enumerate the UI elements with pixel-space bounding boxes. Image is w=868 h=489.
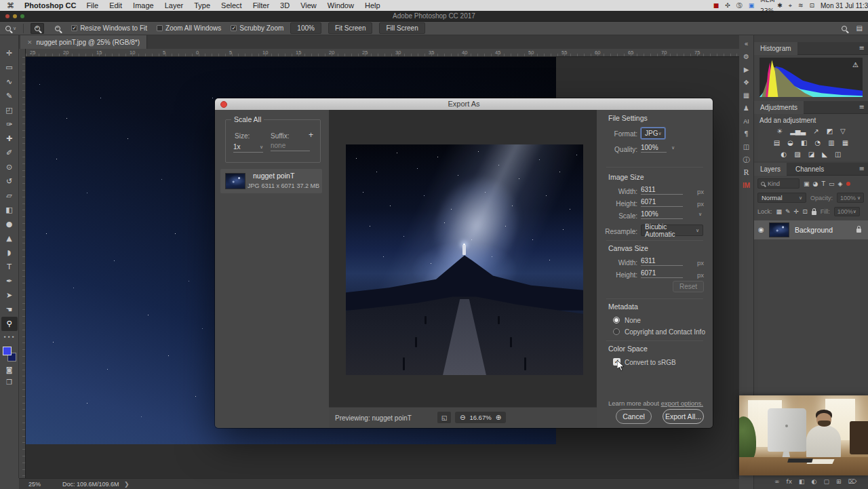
horizontal-ruler[interactable]: 252015105051015202530354045505560657075 [19, 49, 739, 57]
layers-tab[interactable]: Layers [754, 163, 787, 176]
document-tab[interactable]: × nugget poinT.jpg @ 25% (RGB/8*) [20, 35, 147, 49]
raya-pro-panel-icon[interactable]: R [739, 166, 753, 179]
image-width-input[interactable] [641, 186, 683, 195]
lock-position-icon[interactable]: ✛ [794, 208, 800, 215]
path-selection-tool[interactable]: ➤ [1, 288, 18, 302]
skype-icon[interactable]: Ⓢ [736, 0, 743, 11]
crashplan-icon[interactable]: ✣ [725, 0, 730, 11]
pen-tool[interactable]: ✒ [1, 274, 18, 288]
option-checkbox[interactable]: ✓ Resize Windows to Fit [71, 24, 147, 32]
selective-color-icon[interactable]: ◫ [835, 151, 841, 158]
lock-artboard-icon[interactable]: ⊡ [802, 208, 808, 215]
color-lookup-icon[interactable]: ▦ [842, 139, 848, 146]
menu-item[interactable]: Select [221, 1, 242, 9]
new-layer-icon[interactable]: ⊞ [836, 478, 842, 485]
levels-icon[interactable]: ▂▅▃ [790, 128, 806, 135]
brightness-contrast-icon[interactable]: ☀ [776, 128, 783, 135]
swatches-panel-icon[interactable]: ❖ [739, 76, 753, 89]
status-chevron-icon[interactable]: ❯ [124, 481, 130, 488]
metadata-copyright-radio[interactable] [613, 328, 620, 335]
color-balance-icon[interactable]: ◒ [787, 139, 793, 146]
chevron-down-icon[interactable]: ∨ [698, 212, 702, 217]
ai-panel-icon[interactable]: AI [739, 115, 753, 128]
format-select[interactable]: JPG ∨ [641, 128, 665, 139]
zoom-100-button[interactable]: 100% [290, 22, 321, 34]
lock-pixels-icon[interactable]: ✎ [785, 208, 791, 215]
filter-toggle-icon[interactable] [846, 182, 850, 186]
canvas-height-input[interactable] [641, 269, 683, 278]
export-file-item[interactable]: nugget poinT JPG 6311 x 6071 37.2 MB [220, 169, 322, 193]
color-swatches[interactable] [3, 347, 16, 361]
hand-tool[interactable]: ☚ [1, 302, 18, 317]
adjustment-layer-icon[interactable]: ◐ [812, 478, 817, 485]
delete-layer-icon[interactable]: ⌦ [848, 478, 856, 485]
layer-comps-panel-icon[interactable]: ◫ [739, 140, 753, 153]
dialog-title-bar[interactable]: Export As [215, 98, 713, 110]
layer-mask-icon[interactable]: ◧ [799, 478, 805, 485]
canvas-width-input[interactable] [641, 257, 683, 266]
filter-pixel-icon[interactable]: ▣ [804, 180, 810, 187]
option-checkbox[interactable]: ✓ Scrubby Zoom [231, 24, 283, 32]
exposure-icon[interactable]: ◩ [827, 128, 833, 135]
channels-tab[interactable]: Channels [789, 163, 830, 176]
move-tool[interactable]: ✛ [1, 46, 18, 60]
menu-item[interactable]: Help [365, 1, 380, 9]
lock-transparency-icon[interactable]: ▦ [776, 208, 783, 215]
zoom-level-field[interactable]: 25% [28, 481, 41, 488]
zoom-in-button[interactable]: ⊕ [496, 414, 501, 421]
apple-menu-icon[interactable]: ⌘ [7, 1, 14, 10]
export-all-button[interactable]: Export All... [663, 409, 704, 424]
option-checkbox[interactable]: Zoom All Windows [157, 24, 221, 32]
reset-button[interactable]: Reset [673, 281, 704, 292]
grid-panel-icon[interactable]: ▦ [739, 89, 753, 102]
recording-indicator-icon[interactable]: ■ [713, 0, 719, 11]
crop-tool[interactable]: ◰ [1, 103, 18, 117]
fit-preview-button[interactable]: ◱ [437, 412, 451, 423]
preview-image[interactable] [346, 144, 583, 375]
search-icon[interactable] [842, 26, 847, 31]
menu-item[interactable]: Edit [109, 1, 122, 9]
airplay-icon[interactable]: ⊡ [809, 0, 814, 11]
gradient-tool[interactable]: ◧ [1, 203, 18, 217]
adjustments-tab[interactable]: Adjustments [754, 101, 804, 114]
menu-item[interactable]: View [300, 1, 317, 9]
screen-mode-icon[interactable]: ❐ [6, 378, 12, 386]
vibrance-icon[interactable]: ▽ [840, 128, 846, 135]
lock-all-icon[interactable] [812, 211, 816, 215]
posterize-icon[interactable]: ▨ [794, 151, 800, 158]
lasso-tool[interactable]: ∿ [1, 75, 18, 89]
panel-menu-icon[interactable]: ≡ [859, 44, 865, 52]
layer-thumbnail[interactable] [769, 222, 789, 237]
zoom-out-button[interactable]: ⊖ [460, 414, 465, 421]
layer-group-icon[interactable]: ▢ [823, 478, 829, 485]
cached-data-warning-icon[interactable]: ⚠ [852, 61, 859, 69]
clone-source-panel-icon[interactable]: ♟ [739, 102, 753, 115]
fill-select[interactable]: 100% ∨ [834, 207, 860, 216]
filter-shape-icon[interactable]: ▭ [829, 180, 835, 187]
filter-adjustment-icon[interactable]: ◕ [813, 180, 818, 187]
actions-panel-icon[interactable]: ▶ [739, 63, 753, 76]
dropbox-icon[interactable]: ▣ [749, 0, 755, 11]
adobe-cc-icon[interactable]: ✱ [777, 0, 783, 11]
filter-smart-icon[interactable]: ◈ [837, 180, 842, 187]
channel-mixer-icon[interactable]: ▥ [828, 139, 834, 146]
export-options-link[interactable]: export options. [661, 399, 703, 407]
filter-type-icon[interactable]: T [821, 180, 825, 187]
paragraph-panel-icon[interactable]: ¶ [739, 128, 753, 140]
zoom-in-mode-button[interactable]: + [31, 23, 44, 34]
panel-menu-icon[interactable]: ≡ [859, 103, 865, 111]
layer-row[interactable]: ◉ Background [754, 220, 868, 239]
layer-effects-icon[interactable]: fx [787, 478, 793, 485]
scale-input[interactable] [641, 210, 683, 219]
type-tool[interactable]: T [1, 260, 18, 274]
quick-selection-tool[interactable]: ✎ [1, 89, 18, 103]
info-panel-icon[interactable]: ⓘ [739, 153, 753, 166]
size-select[interactable]: 1x ∨ [233, 143, 263, 153]
smudge-tool[interactable]: ◗ [1, 246, 18, 260]
menu-item[interactable]: File [86, 1, 98, 9]
edit-toolbar-icon[interactable]: ∙∙∙ [3, 334, 15, 340]
clone-stamp-tool[interactable]: ⊙ [1, 160, 18, 174]
chevron-down-icon[interactable]: ∨ [671, 145, 675, 151]
eraser-tool[interactable]: ▱ [1, 189, 18, 203]
menu-clock[interactable]: Mon 31 Jul 11:39 [821, 2, 868, 9]
